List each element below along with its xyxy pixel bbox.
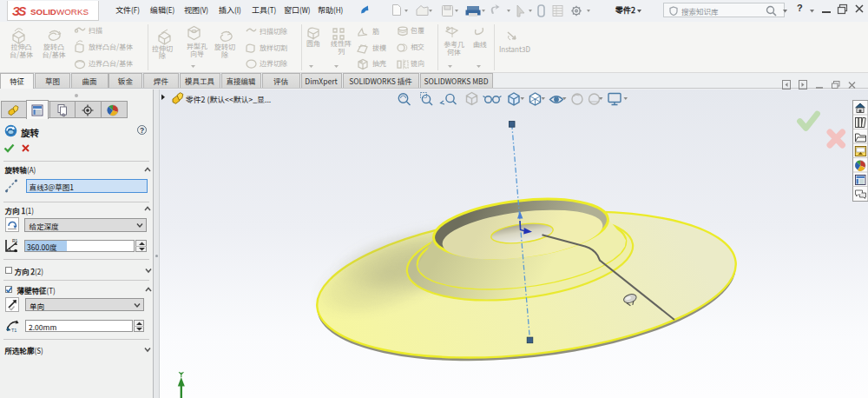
svg-text:R1: R1	[12, 238, 18, 243]
svg-text:零件2 (默认<<默认>_显...: 零件2 (默认<<默认>_显...	[186, 94, 271, 105]
svg-text:T1: T1	[11, 327, 16, 332]
